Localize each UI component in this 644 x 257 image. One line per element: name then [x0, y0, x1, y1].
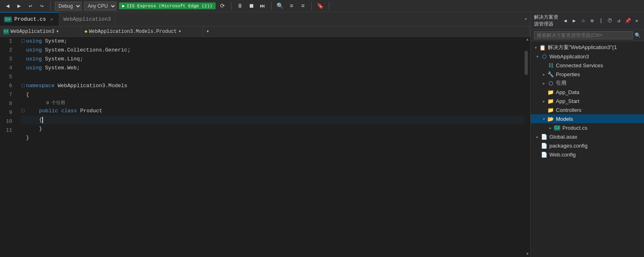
se-home-btn[interactable]: ⌂ [579, 17, 587, 25]
cpu-dropdown[interactable]: Any CPU [84, 2, 117, 11]
solution-icon: 📋 [539, 44, 546, 51]
toolbar: ◀ ▶ ↩ ↪ Debug Any CPU ▶ IIS Express (Mic… [0, 0, 644, 12]
collapse-6[interactable]: □ [20, 81, 26, 90]
tree-packages-config[interactable]: ▸ 📄 packages.config [531, 141, 644, 150]
tree-app-start[interactable]: ▸ 📁 App_Start [531, 96, 644, 105]
se-pin-btn[interactable]: 📌 [624, 17, 632, 25]
undo-icon[interactable]: ↩ [26, 2, 35, 11]
nav-class-chevron: ▾ [178, 28, 181, 34]
ref-hint-text: 0 个引用 [46, 99, 65, 107]
line-num-10: 10 [0, 117, 15, 126]
tree-controllers[interactable]: ▸ 📁 Controllers [531, 105, 644, 114]
collapse-1[interactable]: □ [20, 37, 26, 46]
se-toolbar: ◀ ▶ ⌂ ⚙ | ⏱ ↺ 📌 ✕ [561, 17, 641, 25]
brace-close-ns: } [26, 133, 29, 142]
main-container: C# Product.cs ✕ WebApplication3 ▾ C# Web… [0, 12, 644, 257]
se-forward-btn[interactable]: ▶ [570, 17, 578, 25]
connected-services-label: Connected Services [556, 62, 603, 69]
tree-connected-services[interactable]: ▸ ⛓ Connected Services [531, 61, 644, 70]
tree-product-cs[interactable]: ▸ C# Product.cs [531, 123, 644, 132]
se-close-btn[interactable]: ✕ [633, 17, 641, 25]
nav-cs-icon: C# [3, 29, 9, 34]
brace-open-ns: { [26, 90, 29, 99]
app-data-icon: 📁 [547, 88, 554, 96]
tree-project[interactable]: ▾ ⬡ WebApplication3 [531, 52, 644, 61]
pause-icon[interactable]: ⏸ [236, 2, 244, 11]
debug-dropdown[interactable]: Debug [55, 2, 82, 11]
class-name: Product [77, 107, 102, 116]
code-editor[interactable]: 1 2 3 4 5 6 7 8 9 10 11 □ using System; [0, 37, 530, 257]
code-content[interactable]: □ using System; using System.Collections… [20, 37, 525, 257]
productcs-expand[interactable]: ▸ [547, 124, 553, 131]
tree-web-config[interactable]: ▸ 📄 Web.config [531, 150, 644, 159]
space-1 [58, 107, 61, 116]
references-expand[interactable]: ▸ [540, 80, 547, 86]
stop-icon[interactable]: ⏹ [247, 2, 256, 11]
kw-using-2: using [26, 46, 42, 55]
refresh-icon[interactable]: ⟳ [218, 2, 227, 11]
line-num-9: 9 [0, 108, 15, 117]
sep1 [50, 2, 51, 10]
nav-member-dropdown[interactable]: ▾ [203, 26, 530, 36]
tree-properties[interactable]: ▸ 🔧 Properties [531, 70, 644, 79]
models-expand[interactable]: ▾ [540, 116, 547, 122]
align-left-icon[interactable]: ≡ [287, 2, 296, 11]
tree-global-asax[interactable]: ▸ 📄 Global.asax [531, 132, 644, 141]
nav-class-icon: ◆ [84, 28, 87, 34]
se-search-input[interactable] [534, 31, 633, 39]
se-refresh-btn[interactable]: ↺ [615, 17, 623, 25]
tree-models[interactable]: ▾ 📂 Models [531, 114, 644, 123]
code-line-1: □ using System; [20, 37, 525, 46]
sep3 [271, 2, 272, 10]
nav-class-dropdown[interactable]: ◆ WebApplication3.Models.Product ▾ [81, 26, 203, 36]
ns-name: WebApplication3.Models [54, 81, 127, 90]
solution-expand[interactable]: ▾ [532, 44, 539, 51]
se-back-btn[interactable]: ◀ [561, 17, 569, 25]
tab-product-cs-close[interactable]: ✕ [48, 16, 55, 23]
project-expand[interactable]: ▾ [534, 53, 540, 60]
run-button[interactable]: ▶ IIS Express (Microsoft Edge (2)) [119, 2, 216, 9]
line-num-4: 4 [0, 64, 15, 73]
line-num-8: 8 [0, 99, 15, 108]
code-line-4: using System.Web; [20, 64, 525, 73]
project-label: WebApplication3 [549, 54, 589, 60]
bookmark-icon[interactable]: 🔖 [316, 2, 325, 11]
align-center-icon[interactable]: ≡ [298, 2, 307, 11]
kw-using-3: using [26, 55, 42, 64]
connected-services-icon: ⛓ [547, 62, 554, 69]
search-icon[interactable]: 🔍 [276, 2, 285, 11]
properties-label: Properties [556, 71, 580, 77]
tab-webapp-label: WebApplication3 [63, 16, 111, 22]
line-num-3: 3 [0, 55, 15, 64]
line-num-5: 5 [0, 73, 15, 81]
globalasax-expand[interactable]: ▸ [534, 133, 540, 140]
back-icon[interactable]: ◀ [3, 2, 12, 11]
product-cs-icon: C# [553, 124, 561, 131]
nav-project-label: WebApplication3 [11, 29, 54, 34]
se-header: 解决方案资源管理器 ◀ ▶ ⌂ ⚙ | ⏱ ↺ 📌 ✕ [531, 12, 644, 30]
collapse-8[interactable]: □ [20, 107, 26, 116]
controllers-label: Controllers [556, 107, 581, 113]
line-num-6: 6 [0, 81, 15, 90]
se-clock-btn[interactable]: ⏱ [606, 17, 614, 25]
tab-webapp[interactable]: WebApplication3 [59, 12, 115, 26]
appstart-expand[interactable]: ▸ [540, 98, 547, 104]
se-sync-btn[interactable]: ⚙ [588, 17, 596, 25]
tab-overflow-button[interactable]: ▾ [521, 12, 530, 26]
properties-expand[interactable]: ▸ [540, 71, 547, 77]
line-num-2: 2 [0, 46, 15, 55]
code-line-2: using System.Collections.Generic; [20, 46, 525, 55]
forward-icon[interactable]: ▶ [15, 2, 24, 11]
scroll-down[interactable]: ▼ [525, 251, 530, 257]
editor-scrollbar[interactable]: ▲ ▼ [525, 37, 530, 257]
redo-icon[interactable]: ↪ [37, 2, 46, 11]
step-icon[interactable]: ⏭ [258, 2, 267, 11]
tab-product-cs[interactable]: C# Product.cs ✕ [0, 12, 59, 26]
tree-app-data[interactable]: ▸ 📁 App_Data [531, 88, 644, 96]
tree-solution[interactable]: ▾ 📋 解决方案"WebApplication3"(1 [531, 43, 644, 52]
nav-project-dropdown[interactable]: C# WebApplication3 ▾ [0, 26, 81, 36]
tree-references[interactable]: ▸ ⬡ 引用 [531, 79, 644, 88]
web-config-label: Web.config [549, 152, 576, 158]
scroll-thumb[interactable] [525, 51, 528, 75]
scroll-up[interactable]: ▲ [525, 37, 530, 43]
